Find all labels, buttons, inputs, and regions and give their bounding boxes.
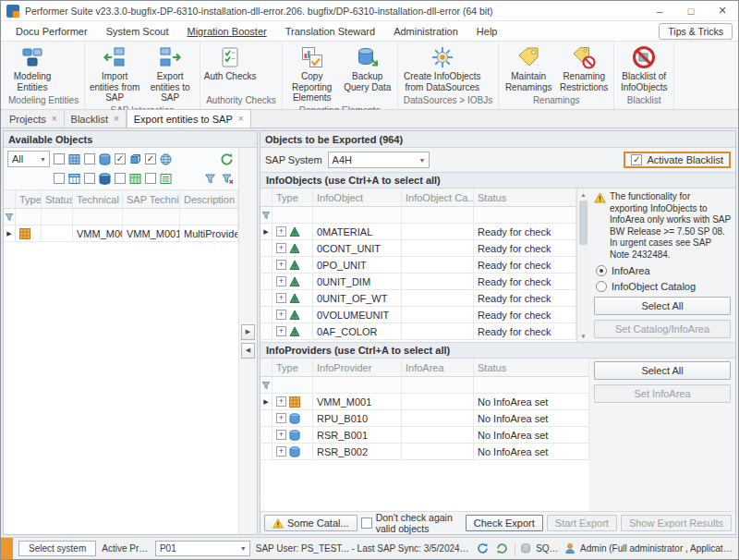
column-header-type[interactable]: Type: [16, 190, 42, 209]
object-type-dropdown[interactable]: All▼: [7, 151, 50, 167]
infoobject-row[interactable]: ▶ + 0MATERIAL Ready for check: [260, 224, 576, 240]
tab-docu-performer[interactable]: Docu Performer: [6, 23, 97, 40]
infoobject-row[interactable]: + 0UNIT_OF_WT Ready for check: [260, 290, 576, 307]
doctab-blacklist[interactable]: Blacklist×: [65, 110, 127, 128]
expand-icon[interactable]: +: [276, 293, 286, 303]
tab-migration-booster[interactable]: Migration Booster: [178, 23, 276, 40]
filter-checkbox-2[interactable]: [84, 153, 95, 164]
infoobject-row[interactable]: + 0AF_COLOR Ready for check: [260, 323, 576, 340]
import-entities-button[interactable]: Import entities from SAP: [87, 43, 142, 105]
doctab-export-entities[interactable]: Export entities to SAP×: [127, 109, 251, 128]
infoobjects-scrollbar[interactable]: ▲ ▼: [576, 189, 589, 342]
tab-administration[interactable]: Administration: [384, 23, 467, 40]
sap-system-dropdown[interactable]: A4H▼: [328, 152, 430, 168]
active-project-dropdown[interactable]: P01▼: [155, 541, 250, 556]
some-catalog-button[interactable]: Some Catal...: [264, 515, 357, 531]
doctab-projects[interactable]: Projects×: [3, 110, 65, 128]
filter-row[interactable]: [4, 209, 238, 225]
expand-icon[interactable]: +: [276, 326, 286, 336]
infoobject-catalog-radio[interactable]: [596, 281, 607, 292]
modeling-entities-button[interactable]: Modeling Entities: [5, 43, 60, 94]
maintain-renamings-button[interactable]: Maintain Renamings: [501, 43, 556, 94]
start-export-button[interactable]: Start Export: [547, 515, 617, 531]
scroll-up-icon[interactable]: ▲: [577, 189, 589, 201]
infoprovider-row[interactable]: + RSR_B002 No InfoArea set: [260, 444, 589, 460]
show-export-results-button[interactable]: Show Export Results: [621, 515, 732, 531]
copy-reporting-elements-button[interactable]: Copy Reporting Elements: [285, 43, 340, 105]
filter-checkbox-6[interactable]: [84, 173, 95, 184]
column-header-catalog[interactable]: InfoObject Ca...: [402, 189, 474, 207]
filter-checkbox-5[interactable]: [54, 173, 65, 184]
clear-filter-button[interactable]: [221, 172, 235, 186]
move-right-button[interactable]: ▶: [241, 324, 255, 340]
column-header-status[interactable]: Status: [42, 190, 73, 209]
infoobject-row[interactable]: + 0UNIT_DIM Ready for check: [260, 274, 576, 290]
backup-query-data-button[interactable]: Backup Query Data: [340, 43, 395, 94]
column-header-infoprovider[interactable]: InfoProvider: [313, 359, 402, 377]
expand-icon[interactable]: +: [276, 446, 286, 457]
auth-checks-button[interactable]: Auth Checks: [202, 43, 258, 84]
blacklist-of-infoobjects-button[interactable]: Blacklist of InfoObjects: [616, 43, 672, 94]
expand-icon[interactable]: +: [276, 413, 286, 423]
column-header-infoobject[interactable]: InfoObject: [313, 189, 402, 207]
table-row[interactable]: ▶ VMM_M001 VMM_M001 MultiProvide...: [4, 225, 238, 242]
column-header-description[interactable]: Description ...: [180, 190, 238, 209]
filter-checkbox-8[interactable]: [145, 173, 156, 184]
close-icon[interactable]: ✕: [707, 1, 738, 20]
create-infoobjects-button[interactable]: Create InfoObjects from DataSources: [400, 43, 485, 94]
move-left-button[interactable]: ◀: [241, 343, 255, 359]
tab-translation-steward[interactable]: Translation Steward: [276, 23, 384, 40]
filter-checkbox-3[interactable]: [115, 153, 126, 164]
column-header-status[interactable]: Status: [474, 359, 589, 377]
filter-row[interactable]: [260, 377, 589, 394]
column-header-status[interactable]: Status: [474, 189, 576, 207]
expand-icon[interactable]: +: [276, 396, 286, 407]
close-tab-icon[interactable]: ×: [114, 114, 119, 124]
filter-row[interactable]: [260, 207, 576, 224]
filter-checkbox-1[interactable]: [54, 153, 65, 164]
scrollbar-thumb[interactable]: [579, 201, 588, 245]
filter-checkbox-4[interactable]: [145, 153, 156, 164]
expand-icon[interactable]: +: [276, 310, 286, 320]
infoobjects-select-all-button[interactable]: Select All: [594, 297, 731, 315]
dont-check-checkbox[interactable]: [361, 517, 372, 529]
minimize-icon[interactable]: –: [644, 1, 675, 20]
tab-system-scout[interactable]: System Scout: [97, 23, 178, 40]
expand-icon[interactable]: +: [276, 260, 286, 270]
infoobject-row[interactable]: + 0VOLUMEUNIT Ready for check: [260, 307, 576, 323]
column-header-type[interactable]: Type: [273, 189, 313, 207]
close-tab-icon[interactable]: ×: [238, 114, 244, 124]
expand-icon[interactable]: +: [276, 430, 286, 440]
tab-help[interactable]: Help: [467, 23, 507, 40]
column-header-type[interactable]: Type: [273, 359, 313, 377]
refresh-button[interactable]: [219, 152, 235, 167]
select-system-button[interactable]: Select system: [18, 541, 96, 556]
close-tab-icon[interactable]: ×: [52, 114, 57, 124]
check-export-button[interactable]: Check Export: [466, 515, 543, 531]
infoobject-row[interactable]: + 0PO_UNIT Ready for check: [260, 257, 576, 274]
scroll-down-icon[interactable]: ▼: [577, 330, 589, 342]
column-header-infoarea[interactable]: InfoArea: [402, 359, 474, 377]
set-catalog-infoarea-button[interactable]: Set Catalog/InfoArea: [594, 320, 731, 338]
infoprovider-row[interactable]: + RPU_B010 No InfoArea set: [260, 410, 589, 427]
set-infoarea-button[interactable]: Set InfoArea: [594, 384, 731, 403]
tips-and-tricks-button[interactable]: Tips & Tricks: [659, 23, 733, 40]
sync-button[interactable]: [495, 542, 509, 555]
renaming-restrictions-button[interactable]: Renaming Restrictions: [556, 43, 612, 94]
infoprovider-row[interactable]: + RSR_B001 No InfoArea set: [260, 427, 589, 444]
infoarea-radio[interactable]: [596, 265, 607, 276]
activate-blacklist-checkbox[interactable]: [631, 154, 642, 165]
column-header-technical-name[interactable]: Technical N...: [73, 190, 123, 209]
infoprovider-row[interactable]: ▶ + VMM_M001 No InfoArea set: [260, 394, 589, 410]
infoobject-row[interactable]: + 0CONT_UNIT Ready for check: [260, 240, 576, 257]
maximize-icon[interactable]: □: [675, 1, 707, 20]
infoproviders-select-all-button[interactable]: Select All: [594, 361, 731, 380]
export-entities-button[interactable]: Export entities to SAP: [142, 43, 198, 105]
edit-filter-button[interactable]: [203, 172, 217, 186]
filter-checkbox-7[interactable]: [115, 173, 126, 184]
expand-icon[interactable]: +: [276, 276, 286, 286]
expand-icon[interactable]: +: [276, 226, 286, 237]
expand-icon[interactable]: +: [276, 243, 286, 253]
column-header-sap-technical[interactable]: SAP Technical ...: [123, 190, 180, 209]
sap-refresh-button[interactable]: [476, 542, 490, 555]
